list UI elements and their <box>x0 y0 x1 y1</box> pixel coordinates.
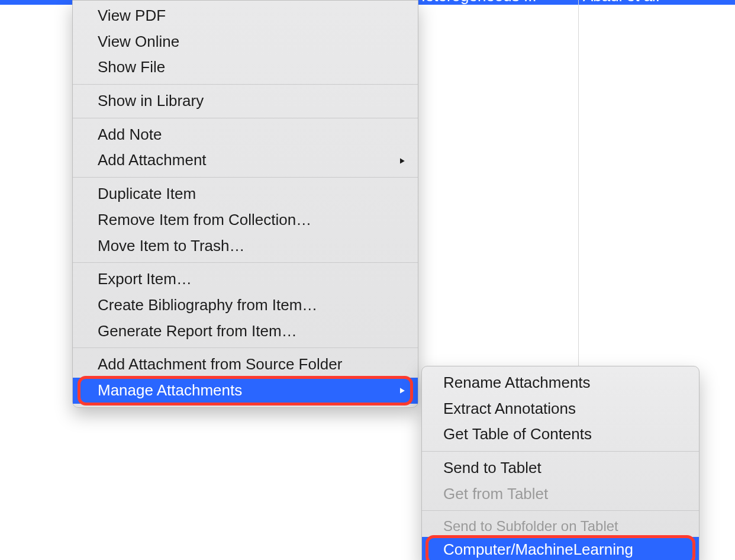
menu-separator <box>422 451 699 452</box>
submenu-subfolder-computer-ml[interactable]: Computer/MachineLearning <box>422 537 699 560</box>
menu-view-pdf[interactable]: View PDF <box>73 3 418 29</box>
submenu-rename-attachments[interactable]: Rename Attachments <box>422 370 699 396</box>
submenu-get-toc[interactable]: Get Table of Contents <box>422 421 699 448</box>
row-title-fragment: Heterogeneous ... <box>414 0 537 5</box>
submenu-arrow-icon: ▶ <box>400 156 405 166</box>
menu-separator <box>73 262 418 263</box>
context-menu: View PDF View Online Show File Show in L… <box>72 0 418 408</box>
submenu-subfolder-header: Send to Subfolder on Tablet <box>422 514 699 537</box>
menu-separator <box>422 510 699 511</box>
menu-add-note[interactable]: Add Note <box>73 122 418 148</box>
menu-export-item[interactable]: Export Item… <box>73 266 418 292</box>
menu-move-to-trash[interactable]: Move Item to Trash… <box>73 233 418 259</box>
menu-manage-attachments[interactable]: Manage Attachments ▶ <box>73 378 418 404</box>
menu-show-file[interactable]: Show File <box>73 54 418 81</box>
menu-separator <box>73 177 418 178</box>
menu-duplicate-item[interactable]: Duplicate Item <box>73 181 418 207</box>
manage-attachments-submenu: Rename Attachments Extract Annotations G… <box>421 366 699 560</box>
column-divider <box>578 0 579 373</box>
menu-add-attachment-from-source[interactable]: Add Attachment from Source Folder <box>73 352 418 378</box>
submenu-extract-annotations[interactable]: Extract Annotations <box>422 396 699 422</box>
menu-remove-from-collection[interactable]: Remove Item from Collection… <box>73 207 418 233</box>
menu-create-bibliography[interactable]: Create Bibliography from Item… <box>73 292 418 318</box>
menu-add-attachment[interactable]: Add Attachment ▶ <box>73 147 418 173</box>
submenu-send-to-tablet[interactable]: Send to Tablet <box>422 455 699 481</box>
menu-generate-report[interactable]: Generate Report from Item… <box>73 318 418 345</box>
row-author-fragment: Abadi et al. <box>583 0 660 5</box>
menu-show-in-library[interactable]: Show in Library <box>73 88 418 114</box>
menu-separator <box>73 347 418 348</box>
menu-separator <box>73 84 418 85</box>
menu-separator <box>73 118 418 118</box>
submenu-get-from-tablet: Get from Tablet <box>422 481 699 507</box>
submenu-arrow-icon: ▶ <box>400 385 405 395</box>
menu-view-online[interactable]: View Online <box>73 29 418 55</box>
